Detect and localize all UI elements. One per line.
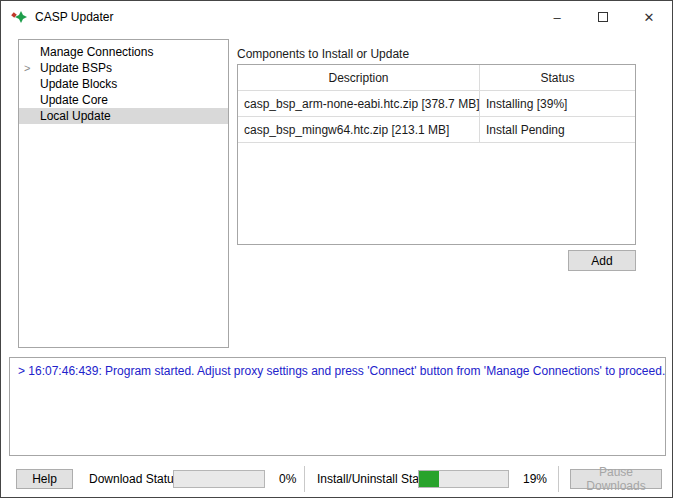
- pause-downloads-button[interactable]: Pause Downloads: [570, 469, 662, 489]
- column-header-description[interactable]: Description: [238, 65, 480, 90]
- close-button[interactable]: ✕: [626, 1, 672, 33]
- sidebar-item-local-update[interactable]: Local Update: [19, 108, 228, 124]
- log-line: > 16:07:46:439: Program started. Adjust …: [18, 364, 657, 378]
- window-title: CASP Updater: [35, 10, 114, 24]
- sidebar-tree: Manage Connections > Update BSPs Update …: [18, 39, 229, 348]
- cell-status: Installing [39%]: [480, 91, 635, 116]
- divider: [304, 466, 305, 492]
- chevron-right-icon[interactable]: >: [24, 60, 36, 76]
- sidebar-item-label: Local Update: [40, 109, 111, 123]
- cell-status: Install Pending: [480, 117, 635, 142]
- maximize-icon: [598, 12, 608, 22]
- title-bar: CASP Updater – ✕: [1, 1, 672, 33]
- status-bar: Help Download Status 0% Install/Uninstal…: [1, 461, 672, 497]
- download-status-label: Download Status: [89, 472, 180, 486]
- components-section-label: Components to Install or Update: [237, 47, 409, 61]
- column-header-status[interactable]: Status: [480, 65, 635, 90]
- cell-description: casp_bsp_arm-none-eabi.htc.zip [378.7 MB…: [238, 91, 480, 116]
- minimize-icon: –: [553, 10, 560, 25]
- close-icon: ✕: [644, 10, 655, 25]
- sidebar-item-label: Update Blocks: [40, 77, 117, 91]
- cell-description: casp_bsp_mingw64.htc.zip [213.1 MB]: [238, 117, 480, 142]
- install-progress-bar: [418, 470, 509, 488]
- install-percent: 19%: [523, 472, 547, 486]
- divider: [558, 466, 559, 492]
- help-button[interactable]: Help: [16, 469, 73, 489]
- download-progress-bar: [173, 470, 265, 488]
- add-button[interactable]: Add: [568, 250, 636, 271]
- table-header-row: Description Status: [238, 65, 635, 91]
- sidebar-item-update-bsps[interactable]: > Update BSPs: [19, 60, 228, 76]
- table-row[interactable]: casp_bsp_arm-none-eabi.htc.zip [378.7 MB…: [238, 91, 635, 117]
- window-controls: – ✕: [534, 1, 672, 33]
- app-icon: [11, 9, 27, 25]
- app-window: CASP Updater – ✕ Manage Connections > Up…: [0, 0, 673, 498]
- sidebar-item-update-core[interactable]: Update Core: [19, 92, 228, 108]
- minimize-button[interactable]: –: [534, 1, 580, 33]
- maximize-button[interactable]: [580, 1, 626, 33]
- table-row[interactable]: casp_bsp_mingw64.htc.zip [213.1 MB] Inst…: [238, 117, 635, 143]
- sidebar-item-update-blocks[interactable]: Update Blocks: [19, 76, 228, 92]
- sidebar-item-label: Update BSPs: [40, 61, 112, 75]
- sidebar-item-manage-connections[interactable]: Manage Connections: [19, 44, 228, 60]
- components-table: Description Status casp_bsp_arm-none-eab…: [237, 64, 636, 245]
- sidebar-item-label: Update Core: [40, 93, 108, 107]
- download-percent: 0%: [279, 472, 296, 486]
- install-progress-fill: [419, 471, 439, 487]
- sidebar-item-label: Manage Connections: [40, 45, 153, 59]
- log-output[interactable]: > 16:07:46:439: Program started. Adjust …: [9, 357, 666, 456]
